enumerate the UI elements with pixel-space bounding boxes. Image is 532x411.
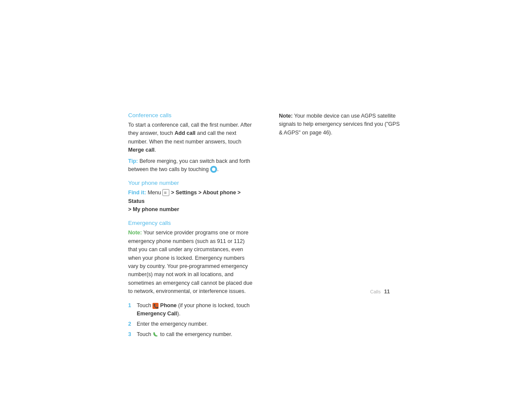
conference-calls-heading: Conference calls: [128, 112, 253, 118]
right-note-text: Your mobile device can use AGPS satellit…: [279, 113, 400, 136]
page: Conference calls To start a conference c…: [0, 0, 532, 411]
svg-text:📞: 📞: [153, 303, 159, 309]
note-label: Note:: [128, 230, 142, 236]
emergency-call-bold: Emergency Call: [137, 311, 177, 317]
conference-calls-body: To start a conference call, call the fir…: [128, 121, 253, 174]
footer-page-number: 11: [384, 289, 390, 295]
phone-bold: Phone: [160, 302, 177, 308]
step-1-body: Touch 📞 Phone (if your phone is locked, …: [137, 302, 253, 318]
phone-icon-small: 📞: [152, 302, 160, 308]
add-call-bold: Add call: [174, 130, 196, 136]
emergency-steps-list: 1 Touch 📞 Phone (if your phone is locked…: [128, 302, 253, 338]
right-note-label: Note:: [279, 113, 293, 119]
period: .: [155, 147, 156, 153]
tip-body: Before merging, you can switch back and …: [128, 158, 250, 172]
tip-label: Tip:: [128, 158, 138, 164]
menu-icon: [162, 189, 169, 196]
footer-section-label: Calls: [370, 289, 380, 294]
step-3-num: 3: [128, 330, 134, 339]
page-footer: Calls 11: [370, 289, 390, 295]
note-body: Your service provider programs one or mo…: [128, 230, 252, 294]
conference-calls-para1: To start a conference call, call the fir…: [128, 121, 253, 155]
right-note-body: Note: Your mobile device can use AGPS sa…: [279, 112, 404, 137]
emergency-note-para: Note: Your service provider programs one…: [128, 229, 253, 296]
your-phone-number-section: Your phone number Find it: Menu > Settin…: [128, 180, 253, 214]
step-2-body: Enter the emergency number.: [137, 320, 208, 328]
emergency-step-3: 3 Touch to call the emergency number.: [128, 330, 253, 339]
emergency-step-1: 1 Touch 📞 Phone (if your phone is locked…: [128, 302, 253, 318]
emergency-calls-body: Note: Your service provider programs one…: [128, 229, 253, 296]
content-area: Conference calls To start a conference c…: [0, 0, 532, 340]
call-icon: [152, 331, 159, 337]
period2: .: [217, 166, 218, 172]
left-column: Conference calls To start a conference c…: [128, 112, 253, 340]
find-it-label: Find it:: [128, 190, 146, 196]
your-phone-number-body: Find it: Menu > Settings > About phone >…: [128, 189, 253, 214]
emergency-step-2: 2 Enter the emergency number.: [128, 320, 253, 328]
find-text: Menu: [148, 190, 163, 196]
merge-icon: [210, 166, 217, 173]
step-1-num: 1: [128, 302, 134, 318]
emergency-calls-section: Emergency calls Note: Your service provi…: [128, 220, 253, 338]
step-2-num: 2: [128, 320, 134, 328]
your-phone-number-heading: Your phone number: [128, 180, 253, 186]
conference-calls-section: Conference calls To start a conference c…: [128, 112, 253, 174]
emergency-calls-heading: Emergency calls: [128, 220, 253, 226]
right-note-para: Note: Your mobile device can use AGPS sa…: [279, 112, 404, 137]
merge-call-bold: Merge call: [128, 147, 155, 153]
step-3-body: Touch to call the emergency number.: [137, 330, 233, 339]
right-column: Note: Your mobile device can use AGPS sa…: [279, 112, 404, 340]
tip-para: Tip: Before merging, you can switch back…: [128, 157, 253, 174]
find-it-para: Find it: Menu > Settings > About phone >…: [128, 189, 253, 214]
